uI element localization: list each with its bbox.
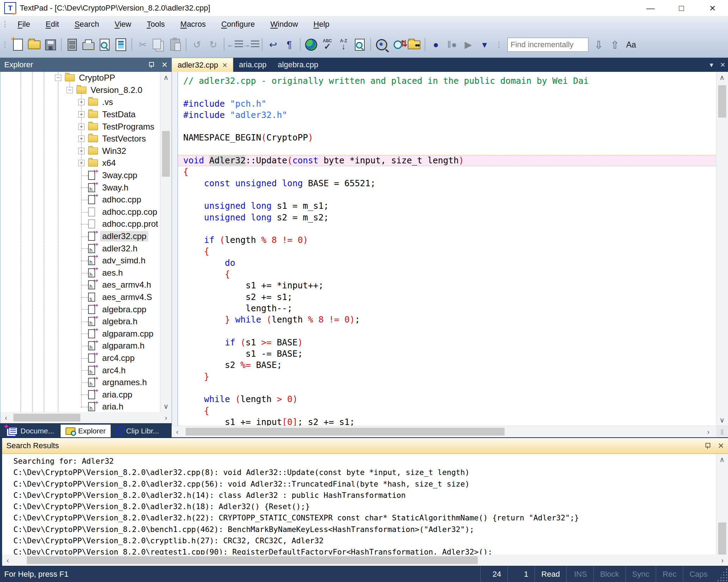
tree-item-label[interactable]: arc4.cpp bbox=[100, 353, 137, 363]
tree-folder-Win32[interactable]: +Win32 bbox=[0, 145, 172, 157]
code-editor[interactable]: // adler32.cpp - originally written and … bbox=[178, 72, 728, 426]
close-panel-icon[interactable]: × bbox=[718, 441, 724, 451]
collapse-icon[interactable]: − bbox=[67, 87, 73, 93]
tree-file-aes_armv4.S[interactable]: saes_armv4.S bbox=[0, 291, 172, 303]
close-button[interactable]: × bbox=[697, 0, 728, 16]
menu-search[interactable]: Search bbox=[69, 18, 105, 30]
code-line[interactable]: } while (length % 8 != 0); bbox=[178, 314, 716, 325]
tree-folder-TestData[interactable]: +TestData bbox=[0, 108, 172, 121]
tree-item-label[interactable]: algparam.cpp bbox=[100, 328, 155, 339]
tree-item-label[interactable]: algebra.cpp bbox=[100, 304, 148, 315]
play-macro-icon[interactable]: ▶ bbox=[460, 37, 476, 53]
toolbar-overflow-icon[interactable]: ▾ bbox=[476, 37, 493, 53]
search-result-line[interactable]: C:\Dev\CryptoPP\Version_8.2.0\adler32.cp… bbox=[2, 478, 716, 490]
code-line[interactable]: // adler32.cpp - originally written and … bbox=[178, 75, 716, 87]
menu-file[interactable]: File bbox=[12, 18, 36, 30]
find-toolbar-grip[interactable] bbox=[498, 40, 500, 49]
code-line[interactable]: if (s1 >= BASE) bbox=[178, 337, 716, 348]
document-properties-icon[interactable] bbox=[113, 37, 129, 53]
scroll-left-icon[interactable]: ‹ bbox=[172, 426, 183, 437]
find-previous-icon[interactable]: ⇧ bbox=[607, 39, 623, 51]
tree-item-label[interactable]: argnames.h bbox=[100, 377, 149, 388]
spell-check-icon[interactable]: ABC✓ bbox=[319, 37, 335, 53]
print-preview-icon[interactable] bbox=[97, 37, 113, 53]
tree-item-label[interactable]: aria.h bbox=[100, 401, 125, 412]
tree-file-adv_simd.h[interactable]: ++hadv_simd.h bbox=[0, 255, 172, 267]
code-line[interactable]: if (length % 8 != 0) bbox=[178, 234, 716, 246]
tree-file-aes.h[interactable]: ++haes.h bbox=[0, 267, 172, 279]
file-manager-icon[interactable] bbox=[64, 37, 80, 53]
code-line[interactable] bbox=[178, 223, 716, 234]
code-line[interactable]: s2 += s1; bbox=[178, 292, 716, 303]
search-result-line[interactable]: C:\Dev\CryptoPP\Version_8.2.0\adler32.h(… bbox=[2, 512, 716, 524]
search-result-line[interactable]: C:\Dev\CryptoPP\Version_8.2.0\regtest1.c… bbox=[2, 546, 716, 555]
resize-grip[interactable] bbox=[716, 566, 728, 582]
tree-folder-TestVectors[interactable]: +TestVectors bbox=[0, 133, 172, 145]
tree-item-label[interactable]: TestVectors bbox=[100, 133, 148, 144]
collapse-icon[interactable]: − bbox=[55, 75, 61, 81]
tree-item-label[interactable]: x64 bbox=[100, 158, 118, 168]
code-line[interactable]: s1 -= BASE; bbox=[178, 348, 716, 359]
scroll-up-icon[interactable]: ∧ bbox=[716, 454, 728, 465]
code-line[interactable]: do bbox=[178, 257, 716, 269]
tree-file-adler32.cpp[interactable]: ++adler32.cpp bbox=[0, 230, 172, 243]
code-line[interactable]: { bbox=[178, 166, 716, 177]
tree-file-aria.cpp[interactable]: ++aria.cpp bbox=[0, 388, 172, 401]
search-result-line[interactable]: C:\Dev\CryptoPP\Version_8.2.0\adler32.h(… bbox=[2, 490, 716, 501]
tree-file-argnames.h[interactable]: ++hargnames.h bbox=[0, 376, 172, 389]
show-whitespace-icon[interactable]: ¶ bbox=[281, 37, 297, 53]
tree-file-algparam.h[interactable]: ++halgparam.h bbox=[0, 340, 172, 352]
replace-icon[interactable] bbox=[390, 37, 406, 53]
menu-help[interactable]: Help bbox=[308, 18, 335, 30]
code-line[interactable] bbox=[178, 326, 716, 337]
panel-tab-explorer[interactable]: Explorer bbox=[61, 425, 111, 437]
tree-item-label[interactable]: adler32.cpp bbox=[100, 231, 148, 242]
code-line[interactable]: { bbox=[178, 269, 716, 280]
pause-macro-icon[interactable]: ‖● bbox=[444, 37, 460, 53]
tree-file-aria.h[interactable]: ++haria.h bbox=[0, 401, 172, 412]
code-line[interactable]: length--; bbox=[178, 303, 716, 314]
menu-configure[interactable]: Configure bbox=[216, 18, 260, 30]
new-document-icon[interactable] bbox=[10, 37, 26, 53]
pin-panel-icon[interactable] bbox=[705, 442, 710, 449]
find-next-icon[interactable]: ⇩ bbox=[591, 39, 607, 51]
editor-horizontal-scrollbar[interactable]: ‹ › ⣿ bbox=[172, 426, 728, 437]
menu-view[interactable]: View bbox=[109, 18, 137, 30]
expand-icon[interactable]: + bbox=[78, 136, 85, 142]
code-line[interactable]: unsigned long s1 = m_s1; bbox=[178, 200, 716, 212]
code-line[interactable]: while (length > 0) bbox=[178, 394, 716, 405]
close-document-icon[interactable]: × bbox=[720, 60, 725, 70]
tree-item-label[interactable]: adhoc.cpp.cop bbox=[100, 207, 159, 217]
code-line[interactable]: } bbox=[178, 371, 716, 382]
tree-item-label[interactable]: .vs bbox=[100, 97, 115, 107]
window-split-handle[interactable]: ⣿ bbox=[716, 426, 728, 437]
record-macro-icon[interactable]: ● bbox=[428, 37, 444, 53]
indent-icon[interactable]: → bbox=[243, 37, 259, 53]
tree-file-algparam.cpp[interactable]: ++algparam.cpp bbox=[0, 327, 172, 340]
scroll-left-icon[interactable]: ‹ bbox=[2, 555, 13, 566]
tree-item-label[interactable]: Version_8.2.0 bbox=[88, 85, 144, 95]
explorer-horizontal-scrollbar[interactable]: ‹ › bbox=[0, 412, 172, 423]
sort-icon[interactable]: A·Z↓ bbox=[335, 37, 352, 53]
save-file-icon[interactable] bbox=[42, 37, 58, 53]
close-panel-icon[interactable]: × bbox=[162, 60, 167, 70]
expand-icon[interactable]: + bbox=[78, 148, 85, 154]
code-line[interactable] bbox=[178, 144, 716, 155]
code-line[interactable]: unsigned long s2 = m_s2; bbox=[178, 212, 716, 223]
tree-file-3way.cpp[interactable]: ++3way.cpp bbox=[0, 169, 172, 182]
tree-item-label[interactable]: Win32 bbox=[100, 146, 128, 156]
document-search-icon[interactable] bbox=[352, 37, 368, 53]
tree-item-label[interactable]: CryptoPP bbox=[77, 73, 117, 83]
results-horizontal-scrollbar[interactable]: ‹ › bbox=[2, 555, 728, 566]
code-line[interactable]: NAMESPACE_BEGIN(CryptoPP) bbox=[178, 132, 716, 143]
open-file-icon[interactable] bbox=[26, 37, 42, 53]
search-result-line[interactable]: C:\Dev\CryptoPP\Version_8.2.0\cryptlib.h… bbox=[2, 535, 716, 546]
tree-item-label[interactable]: adhoc.cpp.prot bbox=[100, 219, 160, 229]
search-result-line[interactable]: Searching for: Adler32 bbox=[2, 456, 716, 467]
tree-folder-CryptoPP[interactable]: −CryptoPP bbox=[0, 72, 172, 84]
expand-icon[interactable]: + bbox=[78, 160, 85, 166]
search-result-line[interactable]: C:\Dev\CryptoPP\Version_8.2.0\adler32.h(… bbox=[2, 501, 716, 512]
code-line[interactable] bbox=[178, 87, 716, 98]
panel-splitter[interactable] bbox=[172, 72, 178, 426]
scroll-left-icon[interactable]: ‹ bbox=[0, 412, 12, 423]
